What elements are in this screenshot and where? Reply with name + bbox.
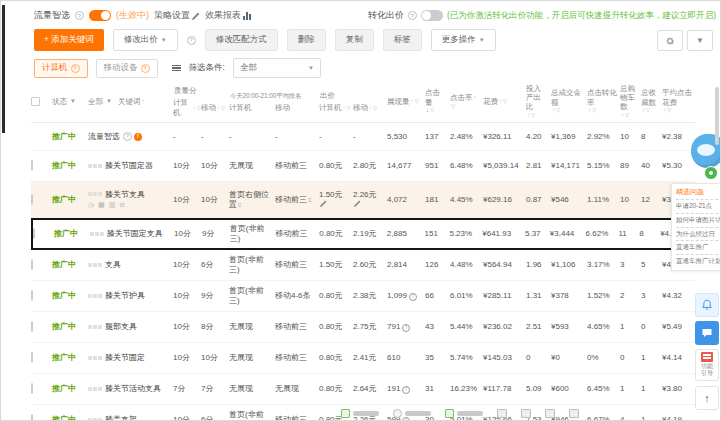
legend-icon[interactable] [569,409,579,418]
col-ctr-header[interactable]: 点击率↑▽ [450,81,483,122]
col-carts-header[interactable]: 总购物车数↑▽ [620,81,641,122]
row-checkbox[interactable] [33,228,35,239]
feature-guide-button[interactable]: 功能引导 [695,349,719,381]
row-checkbox[interactable] [31,194,33,205]
table-row[interactable]: 推广中 膝关节护具 ? ! ◷ ▦ ▥ ⊖ 10分 9分 [31,281,695,312]
faq-item[interactable]: 如何申请图片功能 [676,213,721,227]
bid-mobile-cell[interactable]: 2.75元 [353,322,387,332]
rank-detail-icon[interactable]: ≡ [238,202,242,208]
settings-button[interactable] [657,30,683,51]
faq-item[interactable]: 申请20-21点 [676,199,721,213]
stat-condition-select[interactable]: 全部 ▼ [233,58,321,78]
remove-icon[interactable]: ⊖ [119,201,125,209]
report-link[interactable]: 效果报表 [205,9,251,22]
row-checkbox[interactable] [31,160,33,171]
table-row[interactable]: 推广中 膝关节支具 ? ! ◷ ▦ ▥ ⊖ 10分 10分 [31,182,695,218]
col-status-header[interactable]: 状态▼ [52,81,88,122]
col-bid-pc-header[interactable]: 计算机↑▽ [319,103,353,113]
bid-mobile-cell[interactable]: 2.41元 [353,353,387,363]
modify-bid-dropdown[interactable]: 修改出价▼ [113,29,178,51]
bid-pc-cell[interactable]: 0.80元 [319,353,353,363]
rank-detail-icon[interactable]: ≡ [308,197,312,203]
legend-icon[interactable] [545,409,555,418]
help-icon[interactable]: ? [408,11,417,20]
bid-pc-cell[interactable]: 0.80元 [319,322,353,332]
modify-match-button[interactable]: 修改匹配方式 [205,29,278,51]
bid-mobile-cell[interactable]: 2.38元 [353,291,387,301]
scrollbar-thumb[interactable] [715,87,719,145]
delete-button[interactable]: 删除 [287,29,326,51]
edit-pencil-icon[interactable] [354,200,361,207]
bid-pc-cell[interactable]: 0.80元 [319,161,353,171]
legend-item[interactable] [341,409,379,418]
faq-item[interactable]: 直通车推广计划 [676,254,721,268]
col-qs-mobile-header[interactable]: 移动↑▽ [201,98,229,118]
copy-button[interactable]: 复制 [335,29,374,51]
bid-pc-cell[interactable]: 0.80元 [319,291,353,301]
history-icon[interactable]: ◷ [88,201,94,209]
filter-chip-mobile[interactable]: 移动设备 ? [96,59,158,78]
tag-button[interactable]: 标签 [383,29,422,51]
row-checkbox[interactable] [31,321,33,332]
help-icon[interactable]: ? [187,36,196,45]
back-to-top-button[interactable]: ↑ [695,386,719,410]
legend-item[interactable] [393,409,431,418]
bid-mobile-cell[interactable]: 2.19元 [353,229,387,239]
low-impression-icon[interactable]: ! [402,324,410,332]
table-row[interactable]: 推广中 膝关节活动支具 ? ! ◷ ▦ ▥ ⊖ 7分 7分 [31,374,695,405]
bid-pc-cell[interactable]: 1.50元 [319,190,353,209]
row-checkbox[interactable] [31,290,33,301]
col-favs-header[interactable]: 总收藏数↑▽ [641,81,662,122]
strategy-settings-link[interactable]: 策略设置 [154,9,200,22]
bid-mobile-cell[interactable]: 2.26元 [353,190,387,209]
row-checkbox[interactable] [31,414,33,421]
more-actions-dropdown[interactable]: 更多操作▼ [431,29,496,51]
bid-pc-cell[interactable]: 0.80元 [319,384,353,394]
chart-icon[interactable]: ▥ [109,201,116,209]
faq-item[interactable]: 直通车推广 [676,240,721,254]
table-row[interactable]: 推广中 膝关节固定 ? ! ◷ ▦ ▥ ⊖ 10分 10分 [31,343,695,374]
bid-mobile-cell[interactable]: 2.80元 [353,161,387,171]
conversion-bid-toggle[interactable] [421,10,443,21]
row-checkbox[interactable] [31,352,33,363]
help-icon[interactable]: ? [123,132,132,141]
row-checkbox[interactable] [31,259,33,270]
low-impression-icon[interactable]: ! [402,386,410,394]
table-row[interactable]: 推广中 流量智选 ? ! ◷ ▦ ▥ ⊖ - - [31,123,695,151]
bid-pc-cell[interactable]: 1.50元 [319,260,353,270]
bid-mobile-cell[interactable]: 2.64元 [353,384,387,394]
bid-pc-cell[interactable]: 0.80元 [319,229,353,239]
table-row[interactable]: 推广中 腿部支具 ? ! ◷ ▦ ▥ ⊖ 10分 8分 [31,312,695,343]
legend-icon[interactable] [521,409,531,418]
alert-icon[interactable]: ! [134,133,142,141]
legend-item[interactable] [445,409,483,418]
col-impressions-header[interactable]: 展现量↑▽ [387,81,425,122]
edit-pencil-icon[interactable] [320,200,327,207]
analysis-icon[interactable]: ▦ [98,201,105,209]
col-cvr-header[interactable]: 点击转化率↑▽ [587,81,620,122]
legend-icon[interactable] [497,409,507,418]
col-cost-header[interactable]: 花费↑▽ [483,81,526,122]
col-roi-header[interactable]: 投入产出比↑▽ [526,81,551,122]
select-all-checkbox[interactable] [31,97,40,106]
smart-traffic-toggle[interactable] [89,10,111,21]
col-qs-pc-header[interactable]: 计算机↑▽ [173,98,201,118]
filter-chip-pc[interactable]: 计算机 ? [34,59,88,78]
bid-pc-cell[interactable]: - [319,132,353,142]
bid-mobile-cell[interactable]: - [353,132,387,142]
collapse-button[interactable]: ▼ [687,30,713,51]
chat-button[interactable] [695,321,719,345]
assistant-badge-icon[interactable] [704,166,718,180]
col-clicks-header[interactable]: 点击量↓▽ [425,81,450,122]
table-row[interactable]: 推广中 膝关节固定器 ? ! ◷ ▦ ▥ ⊖ 10分 10分 [31,151,695,182]
col-keyword-header[interactable]: 全部▼ 关键词↑ [88,81,173,122]
help-icon[interactable]: ? [75,11,84,20]
col-cpc-header[interactable]: 平均点击花费↑▽ [662,81,695,122]
bid-mobile-cell[interactable]: 2.60元 [353,260,387,270]
notification-bell-button[interactable] [695,293,719,317]
table-row[interactable]: 推广中 膝关节固定支具 ? ! ◷ ▦ ▥ ⊖ 10分 9分 [31,218,695,250]
col-gmv-header[interactable]: 总成交金额↑▽ [551,81,587,122]
faq-item[interactable]: 为什么经过日 [676,227,721,241]
row-checkbox[interactable] [31,383,33,394]
low-impression-icon[interactable]: ! [409,293,417,301]
